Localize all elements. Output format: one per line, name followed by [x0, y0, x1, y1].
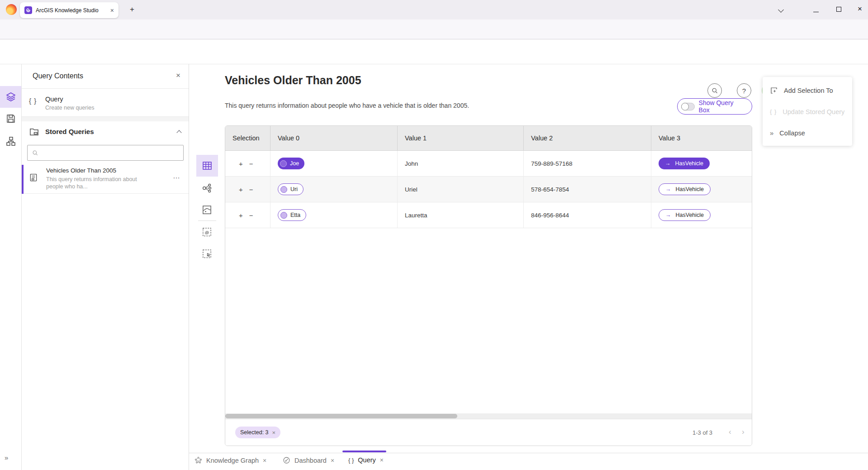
add-selection-to-icon	[770, 86, 778, 95]
page-title: Vehicles Older Than 2005	[225, 74, 361, 87]
map-tool[interactable]	[202, 205, 212, 215]
relationship-pill[interactable]: →HasVehicle	[659, 183, 711, 195]
scrollbar-thumb[interactable]	[225, 414, 457, 418]
save-rail-icon[interactable]	[5, 113, 16, 124]
firefox-icon[interactable]	[6, 4, 17, 15]
close-tab-icon[interactable]: ×	[331, 457, 334, 464]
knowledge-graph-icon	[194, 456, 202, 464]
cell-value2: 759-889-57168	[524, 151, 651, 176]
stored-queries-title: Stored Queries	[45, 128, 94, 135]
stored-query-description: This query returns information about peo…	[46, 176, 151, 190]
tab-dashboard[interactable]: Dashboard ×	[283, 456, 334, 464]
query-results-table: Selection Value 0 Value 1 Value 2 Value …	[225, 125, 752, 446]
new-tab-button[interactable]: +	[130, 5, 134, 14]
tab-label: Knowledge Graph	[206, 457, 259, 464]
selection-tool[interactable]	[202, 249, 212, 259]
toolbar-divider	[198, 221, 216, 221]
remove-selection-icon[interactable]: −	[249, 160, 253, 168]
toggle-switch[interactable]	[681, 103, 695, 110]
select-features-tool[interactable]	[202, 227, 212, 237]
layers-rail-item-selected[interactable]	[0, 86, 21, 108]
remove-selection-icon[interactable]: −	[249, 186, 253, 193]
horizontal-scrollbar[interactable]	[225, 413, 752, 419]
entity-pill[interactable]: Joe	[278, 158, 304, 169]
column-header-value0[interactable]: Value 0	[270, 126, 398, 150]
browser-tab-bar: ArcGIS Knowledge Studio × + ×	[0, 0, 868, 19]
search-input[interactable]	[42, 149, 179, 156]
previous-page-icon[interactable]: ‹	[729, 427, 731, 436]
selected-count-chip[interactable]: Selected: 3 ×	[235, 427, 280, 438]
panel-title: Query Contents	[33, 72, 83, 80]
link-chart-tool[interactable]	[202, 183, 212, 193]
column-header-value3[interactable]: Value 3	[651, 126, 752, 150]
menu-item-label: Collapse	[779, 129, 805, 137]
tab-label: Query	[358, 456, 376, 464]
stored-query-doc-icon	[29, 173, 38, 182]
knowledge-graph-rail-icon[interactable]	[5, 136, 16, 147]
pagination-info: 1-3 of 3	[693, 429, 712, 436]
help-button[interactable]: ?	[737, 83, 751, 98]
remove-selection-icon[interactable]: −	[249, 211, 253, 219]
panel-close-icon[interactable]: ×	[176, 71, 180, 80]
browser-tab[interactable]: ArcGIS Knowledge Studio ×	[20, 2, 119, 18]
column-header-value1[interactable]: Value 1	[398, 126, 524, 150]
tab-close-icon[interactable]: ×	[110, 7, 114, 14]
cell-value2: 846-956-8644	[524, 202, 651, 228]
more-options-icon[interactable]: …	[173, 172, 180, 180]
column-header-selection[interactable]: Selection	[225, 126, 270, 150]
menu-item-label: Update Stored Query	[783, 108, 844, 115]
active-tab-indicator	[342, 451, 386, 452]
table-header-row: Selection Value 0 Value 1 Value 2 Value …	[225, 126, 752, 151]
table-row[interactable]: + − Etta Lauretta 846-956-8644 →HasVehic…	[225, 202, 752, 228]
add-selection-icon[interactable]: +	[239, 160, 243, 168]
panel-divider	[22, 117, 189, 121]
cell-value2: 578-654-7854	[524, 177, 651, 202]
left-rail	[0, 64, 22, 470]
double-chevron-icon: »	[770, 129, 773, 137]
entity-dot-icon	[280, 160, 287, 167]
table-row[interactable]: + − Uri Uriel 578-654-7854 →HasVehicle	[225, 177, 752, 202]
table-view-tool-selected[interactable]	[196, 155, 218, 177]
menu-item-update-stored-query[interactable]: { } Update Stored Query	[763, 101, 852, 122]
braces-icon: { }	[770, 108, 777, 115]
page-description: This query returns information about peo…	[225, 102, 469, 109]
relationship-pill[interactable]: →HasVehicle	[659, 209, 711, 221]
tab-knowledge-graph[interactable]: Knowledge Graph ×	[194, 456, 266, 464]
add-selection-icon[interactable]: +	[239, 186, 243, 193]
search-button[interactable]	[707, 83, 722, 98]
add-selection-icon[interactable]: +	[239, 211, 243, 219]
expand-rail-icon[interactable]: »	[5, 454, 8, 461]
list-tabs-chevron-icon[interactable]	[778, 7, 784, 13]
next-page-icon[interactable]: ›	[742, 427, 745, 436]
relationship-pill[interactable]: →HasVehicle	[659, 158, 710, 169]
window-close-button[interactable]: ×	[858, 5, 862, 14]
arrow-right-icon: →	[665, 160, 671, 167]
menu-item-add-selection-to[interactable]: Add Selection To	[763, 80, 852, 101]
show-query-box-toggle[interactable]: Show Query Box	[677, 98, 752, 115]
braces-icon: { }	[29, 97, 37, 105]
stored-queries-searchbox[interactable]	[27, 145, 184, 161]
entity-pill[interactable]: Etta	[278, 209, 306, 221]
entity-pill[interactable]: Uri	[278, 183, 304, 195]
window-minimize-button[interactable]	[813, 12, 819, 12]
query-item[interactable]	[22, 89, 189, 117]
arrow-right-icon: →	[665, 212, 671, 218]
menu-item-collapse[interactable]: » Collapse	[763, 122, 852, 144]
table-row[interactable]: + − Joe John 759-889-57168 →HasVehicle	[225, 151, 752, 177]
window-maximize-button[interactable]	[836, 7, 841, 12]
search-icon	[32, 150, 38, 156]
tab-query[interactable]: { } Query ×	[348, 456, 384, 464]
close-tab-icon[interactable]: ×	[263, 457, 266, 464]
question-icon: ?	[742, 87, 746, 95]
cell-value1: John	[398, 151, 524, 176]
table-footer: Selected: 3 × 1-3 of 3 ‹ ›	[225, 419, 752, 446]
arcgis-knowledge-favicon	[24, 6, 32, 14]
entity-dot-icon	[280, 212, 287, 219]
column-header-value2[interactable]: Value 2	[524, 126, 651, 150]
stored-query-title: Vehicles Older Than 2005	[46, 167, 116, 174]
arrow-right-icon: →	[665, 186, 671, 192]
query-item-title: Query	[45, 96, 63, 103]
clear-selection-icon[interactable]: ×	[272, 429, 276, 436]
close-tab-icon[interactable]: ×	[380, 456, 384, 464]
query-item-subtitle: Create new queries	[45, 105, 94, 111]
